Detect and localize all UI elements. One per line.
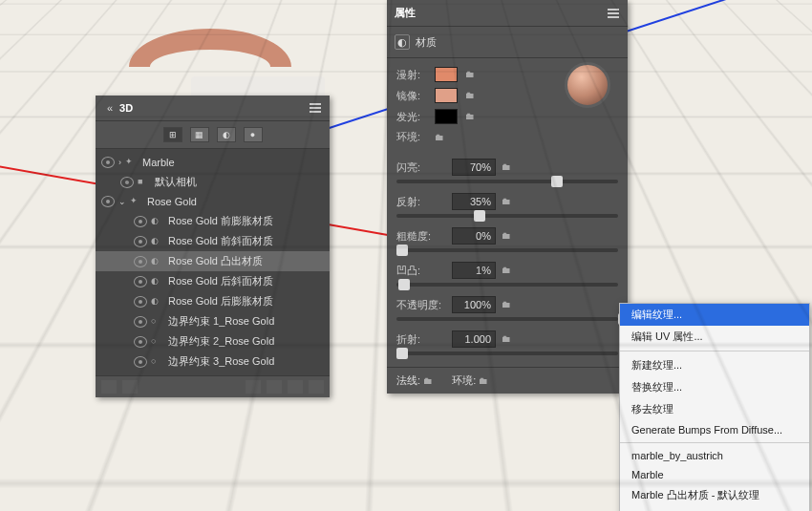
- tree-item-label: 默认相机: [155, 175, 324, 189]
- slider-label: 折射:: [396, 332, 446, 347]
- slider-track[interactable]: [396, 248, 618, 252]
- visibility-eye-icon[interactable]: [134, 336, 147, 348]
- trash-icon[interactable]: [309, 380, 324, 394]
- value-input[interactable]: 35%: [452, 193, 496, 210]
- folder-icon[interactable]: 🖿: [479, 375, 488, 386]
- tree-item-label: Marble: [142, 157, 324, 168]
- value-input[interactable]: 1%: [452, 262, 496, 279]
- folder-icon[interactable]: 🖿: [502, 196, 515, 207]
- tree-row[interactable]: ■默认相机: [96, 172, 330, 192]
- panel-menu-icon[interactable]: [607, 7, 620, 20]
- tab-material-icon[interactable]: ◐: [217, 127, 236, 142]
- expand-arrow-icon[interactable]: ›: [118, 158, 121, 167]
- env-label: 环境:: [396, 130, 427, 144]
- panel-title-props: 属性: [395, 6, 416, 20]
- footer-icon[interactable]: [246, 380, 261, 394]
- slider-thumb[interactable]: [396, 348, 408, 359]
- value-input[interactable]: 100%: [452, 296, 496, 313]
- swatch-label: 发光:: [396, 110, 427, 124]
- color-swatch[interactable]: [435, 88, 458, 103]
- menu-item[interactable]: 新建纹理...: [620, 354, 809, 376]
- texture-context-menu: 编辑纹理...编辑 UV 属性...新建纹理...替换纹理...移去纹理Gene…: [619, 303, 810, 511]
- visibility-eye-icon[interactable]: [120, 177, 134, 188]
- folder-icon[interactable]: 🖿: [435, 132, 448, 143]
- env-label-foot: 环境:: [452, 374, 476, 386]
- visibility-eye-icon[interactable]: [134, 256, 147, 267]
- item-type-icon: ○: [151, 316, 164, 328]
- visibility-eye-icon[interactable]: [134, 316, 147, 328]
- menu-item[interactable]: Marble 凸出材质 - 默认纹理: [620, 484, 809, 506]
- tree-row[interactable]: ◐Rose Gold 后膨胀材质: [96, 291, 330, 311]
- folder-icon[interactable]: 🖿: [502, 333, 515, 345]
- tree-row[interactable]: ○边界约束 1_Rose Gold: [96, 311, 330, 331]
- tree-row[interactable]: ◐Rose Gold 后斜面材质: [96, 271, 330, 291]
- folder-icon[interactable]: 🖿: [502, 161, 515, 173]
- slider-thumb[interactable]: [396, 245, 408, 256]
- tree-row[interactable]: ◐Rose Gold 前膨胀材质: [96, 211, 330, 231]
- visibility-eye-icon[interactable]: [134, 276, 147, 287]
- slider-track[interactable]: [396, 351, 618, 355]
- folder-icon[interactable]: 🖿: [423, 375, 433, 386]
- 3d-panel-tabs: ⊞ ▦ ◐ ●: [96, 121, 330, 149]
- folder-icon[interactable]: 🖿: [465, 69, 479, 80]
- slider-thumb[interactable]: [398, 279, 410, 290]
- footer-icon[interactable]: [122, 380, 138, 394]
- folder-icon[interactable]: 🖿: [502, 299, 515, 310]
- visibility-eye-icon[interactable]: [134, 356, 147, 368]
- panel-menu-icon[interactable]: [309, 101, 322, 115]
- color-swatch[interactable]: [435, 67, 458, 82]
- tab-light-icon[interactable]: ●: [244, 127, 263, 142]
- tree-row[interactable]: ›✦Marble: [96, 153, 330, 172]
- folder-icon[interactable]: 🖿: [502, 230, 515, 242]
- menu-item[interactable]: Generate Bumps From Diffuse...: [620, 420, 809, 439]
- item-type-icon: ✦: [130, 196, 143, 207]
- menu-item[interactable]: 编辑 UV 属性...: [620, 326, 809, 348]
- visibility-eye-icon[interactable]: [134, 296, 147, 308]
- slider-thumb[interactable]: [551, 176, 563, 187]
- footer-icon[interactable]: [267, 380, 282, 394]
- tree-row[interactable]: ○边界约束 2_Rose Gold: [96, 331, 330, 351]
- tab-scene-icon[interactable]: ⊞: [163, 127, 182, 142]
- menu-item[interactable]: 替换纹理...: [620, 376, 809, 398]
- folder-icon[interactable]: 🖿: [502, 265, 515, 276]
- tree-row[interactable]: ◐Rose Gold 凸出材质: [96, 251, 330, 271]
- footer-icon[interactable]: [101, 380, 117, 394]
- visibility-eye-icon[interactable]: [134, 216, 147, 227]
- menu-item[interactable]: marble_by_austrich: [620, 446, 809, 465]
- close-icon[interactable]: «: [103, 101, 117, 115]
- tree-item-label: 边界约束 2_Rose Gold: [168, 334, 324, 349]
- scene-tree: ›✦Marble■默认相机⌄✦Rose Gold◐Rose Gold 前膨胀材质…: [96, 149, 330, 375]
- value-input[interactable]: 1.000: [452, 330, 496, 348]
- slider-track[interactable]: [396, 180, 618, 183]
- tree-row[interactable]: ⌄✦Rose Gold: [96, 192, 330, 211]
- tree-item-label: Rose Gold 凸出材质: [168, 254, 324, 268]
- expand-arrow-icon[interactable]: ⌄: [118, 197, 126, 206]
- slider-track[interactable]: [396, 214, 618, 218]
- menu-item[interactable]: Marble: [620, 465, 809, 484]
- item-type-icon: ◐: [151, 276, 164, 287]
- folder-icon[interactable]: 🖿: [465, 90, 479, 101]
- menu-item[interactable]: 默认 IBL: [620, 506, 809, 511]
- tab-mesh-icon[interactable]: ▦: [190, 127, 209, 142]
- slider-thumb[interactable]: [474, 210, 485, 222]
- slider-track[interactable]: [396, 317, 618, 321]
- value-input[interactable]: 70%: [452, 159, 496, 176]
- folder-icon[interactable]: 🖿: [465, 111, 479, 122]
- slider-track[interactable]: [396, 283, 618, 287]
- visibility-eye-icon[interactable]: [101, 157, 115, 168]
- visibility-eye-icon[interactable]: [101, 196, 115, 207]
- footer-icon[interactable]: [288, 380, 303, 394]
- color-swatch[interactable]: [435, 109, 458, 124]
- tree-row[interactable]: ◐Rose Gold 前斜面材质: [96, 231, 330, 251]
- value-input[interactable]: 0%: [452, 227, 496, 245]
- 3d-panel-footer: [96, 375, 330, 397]
- tree-item-label: 边界约束 1_Rose Gold: [168, 314, 324, 329]
- menu-item[interactable]: 编辑纹理...: [620, 304, 809, 326]
- material-preview-sphere[interactable]: [565, 62, 610, 108]
- visibility-eye-icon[interactable]: [134, 236, 147, 247]
- tree-row[interactable]: ○边界约束 3_Rose Gold: [96, 351, 330, 372]
- menu-item[interactable]: 移去纹理: [620, 398, 809, 420]
- normal-label: 法线:: [396, 374, 420, 386]
- slider-label: 反射:: [396, 195, 446, 209]
- item-type-icon: ◐: [151, 296, 164, 308]
